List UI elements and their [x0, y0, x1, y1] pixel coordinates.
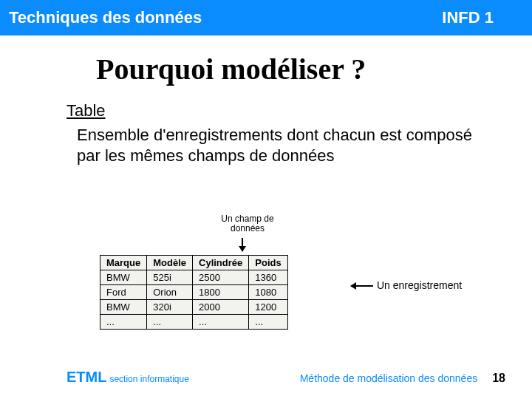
arrow-left-icon	[351, 285, 373, 287]
table-cell: 1080	[249, 285, 287, 300]
table-cell: Orion	[147, 285, 193, 300]
annotation-field: Un champ de données	[214, 214, 281, 233]
table-header: Marque	[100, 256, 147, 270]
table-cell: ...	[147, 315, 193, 330]
example-table: MarqueModèleCylindréePoids BMW525i250013…	[100, 255, 288, 330]
table-cell: 1360	[249, 270, 287, 285]
header-right: INFD 1	[442, 8, 523, 27]
title-bar: Techniques des données INFD 1	[0, 0, 532, 35]
footer: ETML section informatique Méthode de mod…	[0, 369, 532, 386]
table-header: Modèle	[147, 256, 193, 270]
term-label: Table	[66, 101, 488, 120]
annotation-record: Un enregistrement	[377, 279, 462, 291]
footer-subtitle: Méthode de modélisation des données	[300, 372, 478, 384]
table-cell: 525i	[147, 270, 193, 285]
page-number: 18	[492, 372, 505, 385]
table-row: ............	[100, 315, 288, 330]
table-row: FordOrion18001080	[100, 285, 288, 300]
table-header: Cylindrée	[193, 256, 249, 270]
table-cell: 2000	[193, 300, 249, 315]
footer-org: ETML	[66, 369, 106, 386]
table-header: Poids	[249, 256, 287, 270]
table-row: BMW525i25001360	[100, 270, 288, 285]
slide-title: Pourquoi modéliser ?	[96, 52, 532, 86]
table-cell: Ford	[100, 285, 147, 300]
table-cell: 1800	[193, 285, 249, 300]
definition-text: Ensemble d'enregistrements dont chacun e…	[77, 125, 488, 166]
table-cell: 1200	[249, 300, 287, 315]
table-cell: BMW	[100, 270, 147, 285]
table-cell: ...	[249, 315, 287, 330]
arrow-down-icon	[242, 238, 243, 251]
content-area: Table Ensemble d'enregistrements dont ch…	[0, 101, 532, 166]
footer-section: section informatique	[109, 374, 188, 384]
table-cell: 320i	[147, 300, 193, 315]
table-cell: ...	[193, 315, 249, 330]
table-cell: BMW	[100, 300, 147, 315]
header-left: Techniques des données	[9, 8, 202, 27]
table-cell: 2500	[193, 270, 249, 285]
table-cell: ...	[100, 315, 147, 330]
table-row: BMW320i20001200	[100, 300, 288, 315]
